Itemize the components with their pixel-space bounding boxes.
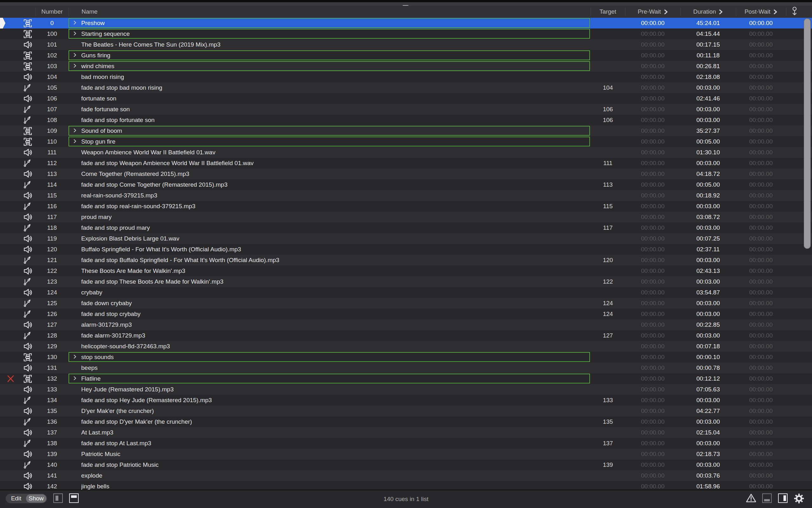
- cue-pre-wait[interactable]: 00:00.00: [625, 18, 681, 29]
- toggle-right-panel-icon[interactable]: [778, 494, 787, 503]
- cue-post-wait[interactable]: 00:00.00: [736, 29, 786, 39]
- cue-post-wait[interactable]: 00:00.00: [736, 395, 786, 406]
- cue-name-cell[interactable]: Sound of boom: [69, 126, 590, 136]
- cue-name-cell[interactable]: Flatline: [69, 374, 590, 383]
- cue-duration[interactable]: 00:11.18: [681, 50, 736, 61]
- cue-pre-wait[interactable]: 00:00.00: [625, 395, 681, 406]
- cue-duration[interactable]: 00:03.00: [681, 330, 736, 341]
- cue-post-wait[interactable]: 00:00.00: [736, 449, 786, 460]
- cue-post-wait[interactable]: 00:00.00: [736, 341, 786, 352]
- cue-duration[interactable]: 00:03.00: [681, 309, 736, 320]
- cue-name-cell[interactable]: fade and stop At Last.mp3: [69, 438, 590, 449]
- cue-post-wait[interactable]: 00:00.00: [736, 158, 786, 169]
- cue-duration[interactable]: 00:03.00: [681, 395, 736, 406]
- cue-post-wait[interactable]: 00:00.00: [736, 93, 786, 104]
- cue-pre-wait[interactable]: 00:00.00: [625, 179, 681, 190]
- cue-post-wait[interactable]: 00:00.00: [736, 276, 786, 287]
- cue-pre-wait[interactable]: 00:00.00: [625, 320, 681, 330]
- cue-post-wait[interactable]: 00:00.00: [736, 233, 786, 244]
- column-header-duration[interactable]: Duration: [681, 6, 736, 18]
- cue-duration[interactable]: 00:17.15: [681, 39, 736, 50]
- cue-duration[interactable]: 00:03.00: [681, 276, 736, 287]
- cue-duration[interactable]: 00:03.00: [681, 438, 736, 449]
- cue-duration[interactable]: 00:03.00: [681, 298, 736, 309]
- cue-post-wait[interactable]: 00:00.00: [736, 82, 786, 93]
- cue-duration[interactable]: 00:03.00: [681, 222, 736, 233]
- cue-post-wait[interactable]: 00:00.00: [736, 104, 786, 115]
- cue-name-cell[interactable]: fade alarm-301729.mp3: [69, 330, 590, 341]
- cue-post-wait[interactable]: 00:00.00: [736, 287, 786, 298]
- cue-row[interactable]: 125 fade down crybaby 124 00:00.00 00:03…: [0, 298, 812, 309]
- cue-name-cell[interactable]: crybaby: [69, 287, 590, 298]
- cue-duration[interactable]: 02:43.13: [681, 265, 736, 276]
- cue-post-wait[interactable]: 00:00.00: [736, 363, 786, 373]
- cue-name-cell[interactable]: Starting sequence: [69, 29, 590, 39]
- cue-name-cell[interactable]: bad moon rising: [69, 72, 590, 82]
- cue-pre-wait[interactable]: 00:00.00: [625, 104, 681, 115]
- cue-pre-wait[interactable]: 00:00.00: [625, 61, 681, 72]
- cue-row[interactable]: 132 Flatline 00:00.00 00:12.12 00:00.00: [0, 373, 812, 384]
- cue-duration[interactable]: 00:18.92: [681, 190, 736, 201]
- gear-icon[interactable]: [794, 493, 804, 505]
- cue-duration[interactable]: 02:37.11: [681, 244, 736, 255]
- cue-post-wait[interactable]: 00:00.00: [736, 222, 786, 233]
- column-header-triggers[interactable]: [786, 6, 803, 18]
- cue-row[interactable]: 123 fade and stop These Boots Are Made f…: [0, 276, 812, 287]
- cue-row[interactable]: 111 Weapon Ambience World War II Battlef…: [0, 147, 812, 158]
- cue-row[interactable]: 141 explode 00:00.00 00:03.76 00:00.00: [0, 470, 812, 481]
- cue-row[interactable]: 117 proud mary 00:00.00 03:08.72 00:00.0…: [0, 212, 812, 222]
- cue-name-cell[interactable]: fade and stop Weapon Ambience World War …: [69, 158, 590, 169]
- vertical-scrollbar-thumb[interactable]: [804, 18, 811, 249]
- cue-pre-wait[interactable]: 00:00.00: [625, 244, 681, 255]
- cue-name-cell[interactable]: explode: [69, 470, 590, 481]
- cue-post-wait[interactable]: 00:00.00: [736, 373, 786, 384]
- cue-name-cell[interactable]: Guns firing: [69, 50, 590, 60]
- cue-pre-wait[interactable]: 00:00.00: [625, 416, 681, 427]
- cue-duration[interactable]: 00:03.00: [681, 82, 736, 93]
- cue-name-cell[interactable]: Explosion Blast Debris Large 01.wav: [69, 233, 590, 244]
- disclosure-chevron-icon[interactable]: [73, 31, 77, 37]
- cue-name-cell[interactable]: fade and stop Patriotic Music: [69, 460, 590, 470]
- cue-duration[interactable]: 00:12.12: [681, 373, 736, 384]
- cue-name-cell[interactable]: wind chimes: [69, 61, 590, 71]
- cue-pre-wait[interactable]: 00:00.00: [625, 373, 681, 384]
- disclosure-chevron-icon[interactable]: [73, 63, 77, 70]
- cue-row[interactable]: 103 wind chimes 00:00.00 00:26.81 00:00.…: [0, 61, 812, 72]
- cue-row[interactable]: 102 Guns firing 00:00.00 00:11.18 00:00.…: [0, 50, 812, 61]
- cue-post-wait[interactable]: 00:00.00: [736, 244, 786, 255]
- cue-row[interactable]: 106 fortunate son 00:00.00 02:41.46 00:0…: [0, 93, 812, 104]
- cue-row[interactable]: 107 fade fortunate son 106 00:00.00 00:0…: [0, 104, 812, 115]
- cue-pre-wait[interactable]: 00:00.00: [625, 222, 681, 233]
- cue-name-cell[interactable]: Hey Jude (Remastered 2015).mp3: [69, 384, 590, 395]
- cue-row[interactable]: 118 fade and stop proud mary 117 00:00.0…: [0, 222, 812, 233]
- cue-name-cell[interactable]: fade and stop crybaby: [69, 309, 590, 320]
- column-header-number[interactable]: Number: [36, 6, 69, 18]
- cue-post-wait[interactable]: 00:00.00: [736, 169, 786, 179]
- cue-pre-wait[interactable]: 00:00.00: [625, 352, 681, 363]
- cue-post-wait[interactable]: 00:00.00: [736, 406, 786, 416]
- cue-duration[interactable]: 00:26.81: [681, 61, 736, 72]
- cue-row[interactable]: 0 Preshow 00:00.00 45:24.01 00:00.00: [0, 18, 812, 29]
- cue-duration[interactable]: 45:24.01: [681, 18, 736, 29]
- cue-duration[interactable]: 02:15.04: [681, 427, 736, 438]
- cue-pre-wait[interactable]: 00:00.00: [625, 384, 681, 395]
- column-header-target[interactable]: Target: [591, 6, 625, 18]
- cue-row[interactable]: 140 fade and stop Patriotic Music 139 00…: [0, 460, 812, 470]
- cue-duration[interactable]: 35:27.37: [681, 126, 736, 136]
- cue-post-wait[interactable]: 00:00.00: [736, 427, 786, 438]
- cue-name-cell[interactable]: beeps: [69, 363, 590, 373]
- cue-name-cell[interactable]: Buffalo Springfield - For What It's Wort…: [69, 244, 590, 255]
- cue-row[interactable]: 109 Sound of boom 00:00.00 35:27.37 00:0…: [0, 126, 812, 136]
- cue-name-cell[interactable]: Preshow: [69, 18, 590, 28]
- cue-pre-wait[interactable]: 00:00.00: [625, 169, 681, 179]
- cue-duration[interactable]: 00:07.18: [681, 341, 736, 352]
- cue-duration[interactable]: 00:03.00: [681, 416, 736, 427]
- cue-duration[interactable]: 02:41.46: [681, 93, 736, 104]
- cue-duration[interactable]: 00:05.00: [681, 136, 736, 147]
- cue-post-wait[interactable]: 00:00.00: [736, 147, 786, 158]
- cue-pre-wait[interactable]: 00:00.00: [625, 190, 681, 201]
- warning-triangle-icon[interactable]: [745, 493, 757, 505]
- cue-pre-wait[interactable]: 00:00.00: [625, 460, 681, 470]
- cue-pre-wait[interactable]: 00:00.00: [625, 50, 681, 61]
- cue-row[interactable]: 108 fade and stop fortunate son 106 00:0…: [0, 115, 812, 126]
